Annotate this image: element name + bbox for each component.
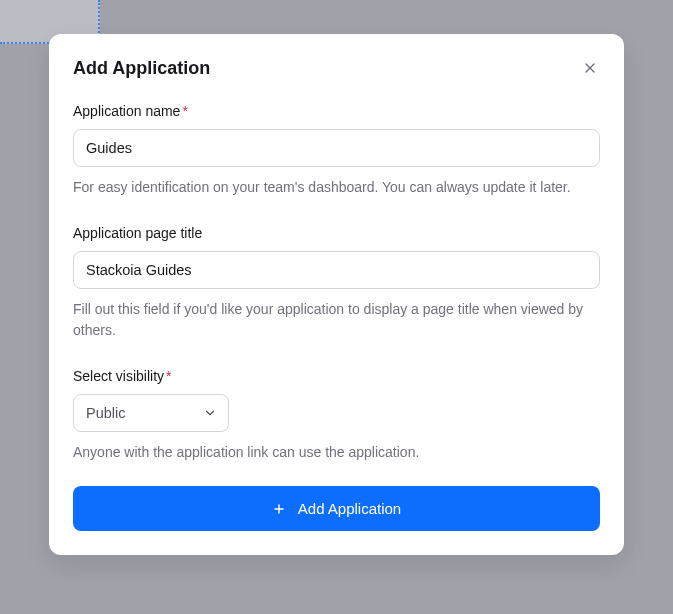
modal-title: Add Application [73,58,210,79]
page-title-label: Application page title [73,225,600,241]
application-name-label: Application name* [73,103,600,119]
field-group-visibility: Select visibility* Public Anyone with th… [73,368,600,462]
visibility-select-wrapper: Public [73,394,229,432]
add-application-modal: Add Application Application name* For ea… [49,34,624,555]
label-text: Select visibility [73,368,164,384]
plus-icon [272,502,286,516]
visibility-select[interactable]: Public [73,394,229,432]
application-name-help: For easy identification on your team's d… [73,177,600,197]
label-text: Application name [73,103,180,119]
modal-header: Add Application [73,58,600,81]
visibility-label: Select visibility* [73,368,600,384]
required-marker: * [182,103,187,119]
application-name-input[interactable] [73,129,600,167]
page-title-help: Fill out this field if you'd like your a… [73,299,600,340]
page-title-input[interactable] [73,251,600,289]
visibility-help: Anyone with the application link can use… [73,442,600,462]
field-group-page-title: Application page title Fill out this fie… [73,225,600,340]
field-group-application-name: Application name* For easy identificatio… [73,103,600,197]
add-application-button[interactable]: Add Application [73,486,600,531]
submit-label: Add Application [298,500,401,517]
required-marker: * [166,368,171,384]
close-icon [582,60,598,79]
close-button[interactable] [580,58,600,81]
